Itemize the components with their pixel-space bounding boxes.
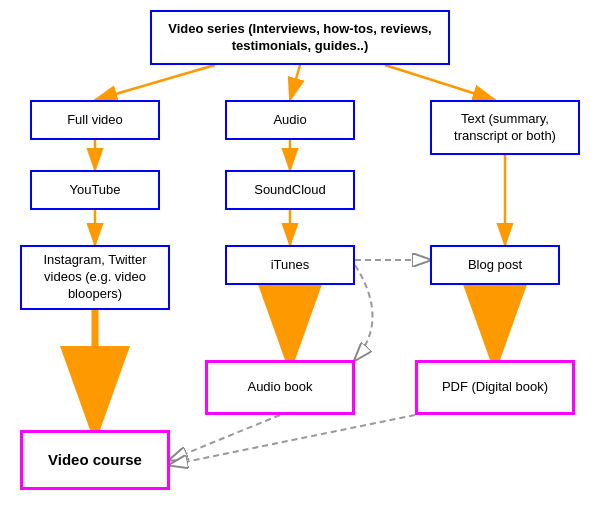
audio-node: Audio xyxy=(225,100,355,140)
audiobook-node: Audio book xyxy=(205,360,355,415)
itunes-label: iTunes xyxy=(271,257,310,274)
svg-line-16 xyxy=(170,415,415,465)
soundcloud-node: SoundCloud xyxy=(225,170,355,210)
blog-post-node: Blog post xyxy=(430,245,560,285)
instagram-node: Instagram, Twitter videos (e.g. video bl… xyxy=(20,245,170,310)
svg-line-3 xyxy=(95,65,215,100)
instagram-label: Instagram, Twitter videos (e.g. video bl… xyxy=(30,252,160,303)
video-series-label: Video series (Interviews, how-tos, revie… xyxy=(160,21,440,55)
text-node: Text (summary, transcript or both) xyxy=(430,100,580,155)
blog-post-label: Blog post xyxy=(468,257,522,274)
audiobook-label: Audio book xyxy=(247,379,312,396)
itunes-node: iTunes xyxy=(225,245,355,285)
full-video-label: Full video xyxy=(67,112,123,129)
text-label: Text (summary, transcript or both) xyxy=(440,111,570,145)
svg-line-15 xyxy=(170,415,280,460)
video-course-node: Video course xyxy=(20,430,170,490)
svg-line-4 xyxy=(290,65,300,100)
youtube-node: YouTube xyxy=(30,170,160,210)
video-series-node: Video series (Interviews, how-tos, revie… xyxy=(150,10,450,65)
youtube-label: YouTube xyxy=(69,182,120,199)
pdf-node: PDF (Digital book) xyxy=(415,360,575,415)
soundcloud-label: SoundCloud xyxy=(254,182,326,199)
audio-label: Audio xyxy=(273,112,306,129)
pdf-label: PDF (Digital book) xyxy=(442,379,548,396)
svg-line-5 xyxy=(385,65,495,100)
video-course-label: Video course xyxy=(48,450,142,470)
full-video-node: Full video xyxy=(30,100,160,140)
